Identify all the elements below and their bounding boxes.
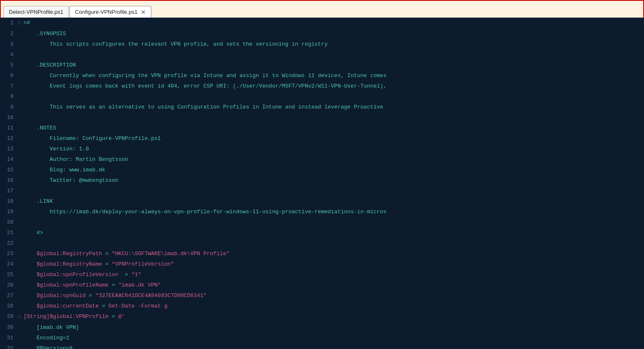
line-number: 27 [0,290,18,301]
line-number: 15 [0,165,18,175]
code-content: Blog: www.imab.dk [23,165,105,175]
code-line: 16 Twitter: @mwbengtsson [0,175,644,186]
editor: 1□<#2 .SYNOPSIS3 This scripts configures… [0,18,644,349]
code-line: 22 [0,238,644,248]
code-content: $global:vpnProfileVersion = "1" [23,269,141,280]
code-content: This scripts configures the relevant VPN… [23,39,328,49]
line-number: 32 [0,343,18,349]
line-number: 1 [0,18,18,28]
fold-icon[interactable]: □ [18,312,23,322]
line-number: 22 [0,238,18,248]
line-number: 24 [0,259,18,269]
code-line: 9 This serves as an alternative to using… [0,102,644,112]
code-line: 13 Version: 1.0 [0,144,644,154]
code-content: Filename: Configure-VPNProfile.ps1 [23,133,161,144]
code-content: .SYNOPSIS [23,28,66,39]
code-line: 2 .SYNOPSIS [0,28,644,39]
line-number: 21 [0,227,18,238]
code-content: [String]$global:VPNProfile = @' [23,311,125,322]
code-content: $global:vpnGuid = "327EEAAC641DCE4A94093… [23,290,207,301]
code-content: This serves as an alternative to using C… [23,102,383,112]
code-line: 30 [imab.dk VPN] [0,322,644,333]
code-line: 3 This scripts configures the relevant V… [0,39,644,49]
line-number: 2 [0,28,18,39]
code-line: 11 .NOTES [0,123,644,133]
code-content: .NOTES [23,123,56,133]
code-line: 18 .LINK [0,196,644,207]
line-number: 20 [0,217,18,227]
line-number: 19 [0,207,18,217]
code-content: https://imab.dk/deploy-your-always-on-vp… [23,207,387,217]
line-number: 6 [0,70,18,81]
code-line: 19 https://imab.dk/deploy-your-always-on… [0,207,644,217]
code-content: .LINK [23,196,53,207]
code-line: 31 Encoding=1 [0,333,644,343]
code-line: 27 $global:vpnGuid = "327EEAAC641DCE4A94… [0,290,644,301]
line-number: 8 [0,91,18,102]
line-number: 29 [0,311,18,322]
code-content: Version: 1.0 [23,144,89,154]
line-number: 7 [0,81,18,91]
code-content: Event logs comes back with event id 404,… [23,81,387,91]
code-content: [imab.dk VPN] [23,322,79,333]
code-line: 29□[String]$global:VPNProfile = @' [0,311,644,322]
code-content: #> [23,227,43,238]
code-content: $global:RegistryName = "VPNProfileVersio… [23,259,174,269]
code-line: 1□<# [0,18,644,28]
line-number: 28 [0,301,18,311]
fold-icon[interactable]: □ [18,18,23,28]
code-content: $global:vpnProfileName = "imab.dk VPN" [23,280,161,290]
code-lines: 1□<#2 .SYNOPSIS3 This scripts configures… [0,18,644,349]
line-number: 5 [0,60,18,70]
line-number: 23 [0,248,18,259]
code-content: $global:currentDate = Get-Date -Format g [23,301,167,311]
tab-detect[interactable]: Detect-VPNProfile.ps1 [3,6,69,18]
code-content: Author: Martin Bengtsson [23,154,128,165]
line-number: 31 [0,333,18,343]
code-line: 7 Event logs comes back with event id 40… [0,81,644,91]
code-line: 8 [0,91,644,102]
line-number: 4 [0,49,18,60]
close-icon[interactable]: ✕ [141,9,146,16]
code-line: 26 $global:vpnProfileName = "imab.dk VPN… [0,280,644,290]
code-line: 12 Filename: Configure-VPNProfile.ps1 [0,133,644,144]
code-line: 17 [0,186,644,196]
code-line: 5 .DESCRIPTION [0,60,644,70]
line-number: 18 [0,196,18,207]
line-number: 25 [0,269,18,280]
code-line: 4 [0,49,644,60]
line-number: 3 [0,39,18,49]
code-content: <# [23,18,30,28]
line-number: 13 [0,144,18,154]
code-line: 14 Author: Martin Bengtsson [0,154,644,165]
line-number: 17 [0,186,18,196]
line-number: 10 [0,112,18,123]
code-line: 28 $global:currentDate = Get-Date -Forma… [0,301,644,311]
line-number: 12 [0,133,18,144]
line-number: 16 [0,175,18,186]
line-number: 9 [0,102,18,112]
code-line: 6 Currently when configuring the VPN pro… [0,70,644,81]
line-number: 30 [0,322,18,333]
code-content: .DESCRIPTION [23,60,76,70]
code-line: 15 Blog: www.imab.dk [0,165,644,175]
code-line: 25 $global:vpnProfileVersion = "1" [0,269,644,280]
code-content: Encoding=1 [23,333,69,343]
tab-configure-label: Configure-VPNProfile.ps1 [75,9,138,15]
code-content: PBVersion=8 [23,343,73,349]
code-content: $global:RegistryPath = "HKCU:\SOFTWARE\i… [23,248,230,259]
code-line: 24 $global:RegistryName = "VPNProfileVer… [0,259,644,269]
code-line: 10 [0,112,644,123]
code-content: Twitter: @mwbengtsson [23,175,118,186]
code-line: 32 PBVersion=8 [0,343,644,349]
line-number: 14 [0,154,18,165]
code-line: 21 #> [0,227,644,238]
tab-bar: Detect-VPNProfile.ps1 Configure-VPNProfi… [0,0,644,18]
code-line: 23 $global:RegistryPath = "HKCU:\SOFTWAR… [0,248,644,259]
tab-configure[interactable]: Configure-VPNProfile.ps1 ✕ [70,6,151,18]
tab-detect-label: Detect-VPNProfile.ps1 [9,9,63,15]
code-line: 20 [0,217,644,227]
line-number: 26 [0,280,18,290]
line-number: 11 [0,123,18,133]
code-content: Currently when configuring the VPN profi… [23,70,387,81]
